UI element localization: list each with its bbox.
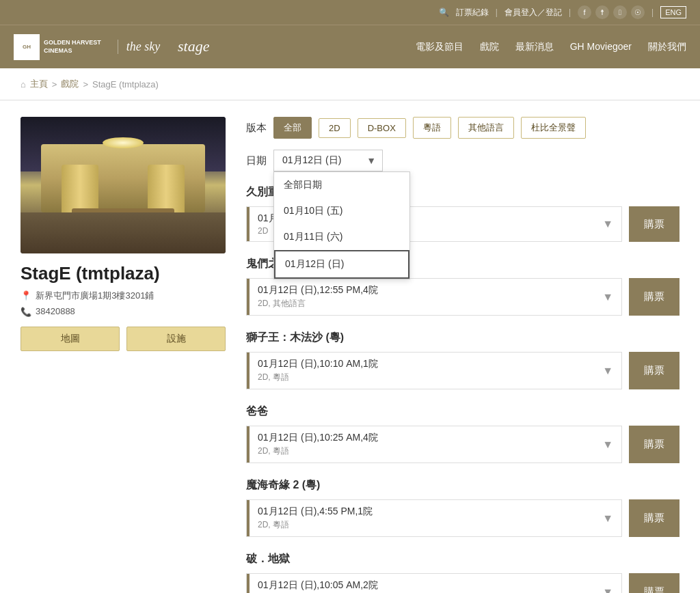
filter-other-lang[interactable]: 其他語言: [458, 117, 514, 139]
buy-button-2[interactable]: 購票: [629, 278, 679, 316]
filter-all[interactable]: 全部: [273, 117, 312, 139]
cinema-phone: 38420888: [36, 306, 75, 316]
showtime-box-5: 01月12日 (日),4:55 PM,1院 2D, 粵語 ▼: [246, 499, 622, 537]
showtimes-panel: 版本 全部 2D D-BOX 粵語 其他語言 杜比全景聲 日期 01月12日 (…: [246, 117, 679, 593]
showtime-row-3: 01月12日 (日),10:10 AM,1院 2D, 粵語 ▼ 購票: [246, 352, 679, 389]
address-row: 📍 新界屯門市廣場1期3樓3201鋪: [21, 290, 226, 302]
buy-button-4[interactable]: 購票: [629, 426, 679, 463]
filter-cantonese[interactable]: 粵語: [413, 117, 451, 139]
breadcrumb-sep2: >: [83, 79, 88, 89]
cinema-details: 📍 新界屯門市廣場1期3樓3201鋪 📞 38420888: [21, 290, 226, 317]
home-icon: ⌂: [21, 79, 26, 89]
action-buttons: 地圖 設施: [21, 327, 226, 351]
svg-text:stage: stage: [178, 38, 210, 55]
showtime-row-5: 01月12日 (日),4:55 PM,1院 2D, 粵語 ▼ 購票: [246, 499, 679, 537]
android-icon[interactable]: ☉: [631, 5, 645, 19]
instagram-icon[interactable]: ☨: [595, 5, 609, 19]
showtime-box-6: 01月12日 (日),10:05 AM,2院 2D, 粵語, 杜比全景聲 ▼: [246, 573, 622, 593]
filter-2d[interactable]: 2D: [319, 118, 351, 138]
showtime-sub-2: 2D, 其他語言: [258, 298, 586, 309]
date-option-fri[interactable]: 01月10日 (五): [274, 198, 409, 224]
showtime-info-4: 01月12日 (日),10:25 AM,4院 2D, 粵語: [250, 426, 594, 463]
nav-moviegoer[interactable]: GH Moviegoer: [570, 41, 632, 53]
facilities-button[interactable]: 設施: [126, 327, 226, 351]
nav-cinemas[interactable]: 戲院: [480, 41, 499, 53]
showtime-main-2: 01月12日 (日),12:55 PM,4院: [258, 284, 586, 296]
showtime-info-5: 01月12日 (日),4:55 PM,1院 2D, 粵語: [250, 500, 594, 536]
language-button[interactable]: ENG: [660, 6, 686, 18]
version-filter-row: 版本 全部 2D D-BOX 粵語 其他語言 杜比全景聲: [246, 117, 679, 139]
showtime-row-2: 01月12日 (日),12:55 PM,4院 2D, 其他語言 ▼ 購票: [246, 278, 679, 316]
showtime-info-6: 01月12日 (日),10:05 AM,2院 2D, 粵語, 杜比全景聲: [250, 574, 594, 593]
header-top-bar: 🔍 訂票紀錄 | 會員登入／登記 | f ☨  ☉ | ENG: [0, 0, 700, 25]
logo-text: GOLDEN HARVESTCINEMAS: [44, 39, 101, 55]
showtime-main-4: 01月12日 (日),10:25 AM,4院: [258, 432, 586, 444]
movie-section-3: 獅子王：木法沙 (粵) 01月12日 (日),10:10 AM,1院 2D, 粵…: [246, 331, 679, 389]
cinema-info-panel: StagE (tmtplaza) 📍 新界屯門市廣場1期3樓3201鋪 📞 38…: [21, 117, 226, 593]
phone-icon: 📞: [21, 307, 31, 317]
buy-button-1[interactable]: 購票: [629, 206, 679, 242]
top-links: 🔍 訂票紀錄 | 會員登入／登記 | f ☨  ☉ | ENG: [439, 5, 686, 19]
date-dropdown: 全部日期 01月10日 (五) 01月11日 (六) 01月12日 (日): [273, 171, 410, 279]
movie-title-3: 獅子王：木法沙 (粵): [246, 331, 679, 345]
showtime-box-4: 01月12日 (日),10:25 AM,4院 2D, 粵語 ▼: [246, 426, 622, 463]
logo-box-icon: GH: [14, 34, 40, 60]
movie-section-5: 魔海奇緣 2 (粵) 01月12日 (日),4:55 PM,1院 2D, 粵語 …: [246, 478, 679, 537]
movie-title-6: 破．地獄: [246, 552, 679, 566]
showtime-info-3: 01月12日 (日),10:10 AM,1院 2D, 粵語: [250, 353, 594, 389]
showtime-expand-5[interactable]: ▼: [594, 512, 621, 525]
nav-about[interactable]: 關於我們: [648, 41, 686, 53]
map-button[interactable]: 地圖: [21, 327, 120, 351]
showtime-sub-5: 2D, 粵語: [258, 519, 586, 531]
main-content: StagE (tmtplaza) 📍 新界屯門市廣場1期3樓3201鋪 📞 38…: [0, 100, 700, 593]
showtime-expand-2[interactable]: ▼: [594, 291, 621, 303]
phone-row: 📞 38420888: [21, 306, 226, 317]
filter-dolby[interactable]: 杜比全景聲: [521, 117, 586, 139]
cinema-name: StagE (tmtplaza): [21, 263, 226, 284]
breadcrumb-home[interactable]: 主頁: [30, 78, 48, 90]
social-icons: f ☨  ☉: [578, 5, 645, 19]
breadcrumb-current: StagE (tmtplaza): [92, 79, 159, 89]
header-logo-bar: GH GOLDEN HARVESTCINEMAS the sky stage 電…: [0, 25, 700, 68]
booking-record-link[interactable]: 訂票紀錄: [456, 7, 489, 18]
member-login-link[interactable]: 會員登入／登記: [504, 7, 562, 18]
date-option-all[interactable]: 全部日期: [274, 172, 409, 198]
showtime-expand-4[interactable]: ▼: [594, 439, 621, 451]
facebook-icon[interactable]: f: [578, 5, 591, 19]
search-icon[interactable]: 🔍: [439, 8, 449, 17]
main-nav: 電影及節目 戲院 最新消息 GH Moviegoer 關於我們: [416, 41, 686, 53]
buy-button-6[interactable]: 購票: [629, 573, 679, 593]
showtime-expand-1[interactable]: ▼: [594, 218, 621, 230]
showtime-main-5: 01月12日 (日),4:55 PM,1院: [258, 506, 586, 518]
buy-button-3[interactable]: 購票: [629, 352, 679, 389]
showtime-box-3: 01月12日 (日),10:10 AM,1院 2D, 粵語 ▼: [246, 352, 622, 389]
date-select[interactable]: 01月12日 (日): [273, 150, 383, 171]
apple-icon[interactable]: : [613, 5, 627, 19]
movie-title-5: 魔海奇緣 2 (粵): [246, 478, 679, 493]
version-filter-label: 版本: [246, 122, 267, 135]
cinema-image: [21, 117, 226, 253]
the-sky-logo: the sky: [118, 40, 160, 54]
showtime-sub-3: 2D, 粵語: [258, 372, 586, 383]
filter-dbox[interactable]: D-BOX: [358, 118, 406, 138]
lobby-visual: [21, 117, 226, 253]
nav-news[interactable]: 最新消息: [515, 41, 554, 53]
breadcrumb-cinemas[interactable]: 戲院: [61, 78, 79, 90]
breadcrumb: ⌂ 主頁 > 戲院 > StagE (tmtplaza): [0, 68, 700, 100]
showtime-expand-6[interactable]: ▼: [594, 586, 621, 594]
showtime-expand-3[interactable]: ▼: [594, 365, 621, 377]
stage-logo: stage: [176, 35, 217, 59]
location-icon: 📍: [21, 290, 31, 301]
cinema-address: 新界屯門市廣場1期3樓3201鋪: [36, 290, 154, 302]
movie-section-4: 爸爸 01月12日 (日),10:25 AM,4院 2D, 粵語 ▼ 購票: [246, 404, 679, 463]
movie-section-6: 破．地獄 01月12日 (日),10:05 AM,2院 2D, 粵語, 杜比全景…: [246, 552, 679, 593]
showtime-info-2: 01月12日 (日),12:55 PM,4院 2D, 其他語言: [250, 279, 594, 315]
golden-harvest-logo: GH GOLDEN HARVESTCINEMAS: [14, 34, 101, 60]
showtime-box-2: 01月12日 (日),12:55 PM,4院 2D, 其他語言 ▼: [246, 278, 622, 316]
buy-button-5[interactable]: 購票: [629, 499, 679, 537]
breadcrumb-sep1: >: [52, 79, 57, 89]
showtime-main-3: 01月12日 (日),10:10 AM,1院: [258, 358, 586, 370]
date-option-sun[interactable]: 01月12日 (日): [274, 250, 409, 279]
nav-movies[interactable]: 電影及節目: [416, 41, 463, 53]
date-option-sat[interactable]: 01月11日 (六): [274, 224, 409, 250]
